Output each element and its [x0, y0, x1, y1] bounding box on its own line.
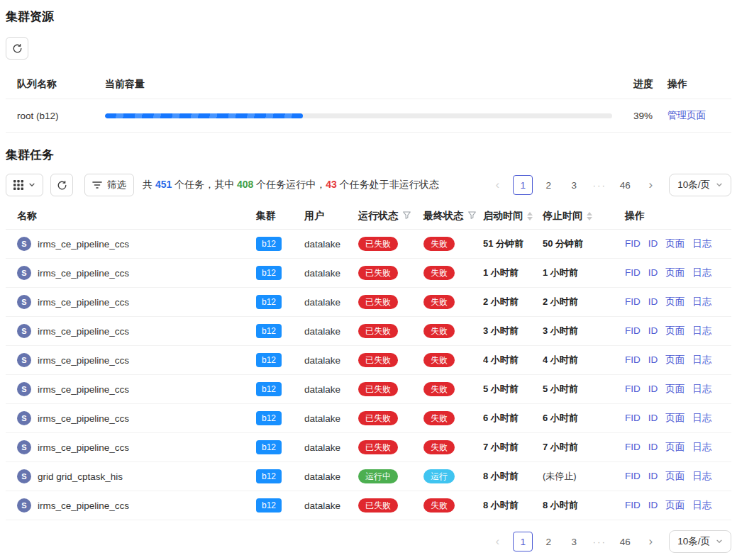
action-link-page[interactable]: 页面 [665, 238, 685, 249]
column-label: 集群 [256, 210, 276, 221]
user-name: datalake [304, 297, 340, 308]
action-link-log[interactable]: 日志 [692, 325, 711, 336]
grid-icon [13, 180, 23, 190]
sort-icon[interactable] [587, 212, 592, 220]
table-row: Sirms_ce_pipeline_ccsb12datalake已失败失败4 小… [6, 346, 731, 375]
action-link-fid[interactable]: FID [625, 296, 641, 307]
page-button-3[interactable]: 3 [564, 175, 584, 195]
action-link-fid[interactable]: FID [625, 471, 641, 481]
start-time: 5 小时前 [483, 383, 519, 394]
action-link-page[interactable]: 页面 [665, 471, 685, 481]
action-link-fid[interactable]: FID [625, 413, 641, 423]
page-button-2[interactable]: 2 [538, 175, 558, 195]
page-size-value: 10条/页 [677, 535, 710, 548]
action-link-log[interactable]: 日志 [692, 238, 711, 249]
column-header-run_status[interactable]: 运行状态 [358, 203, 423, 230]
action-link-id[interactable]: ID [648, 413, 658, 423]
tasks-refresh-button[interactable] [50, 174, 73, 196]
cluster-badge: b12 [256, 295, 282, 309]
action-link-fid[interactable]: FID [625, 383, 641, 394]
action-link-log[interactable]: 日志 [692, 442, 711, 452]
action-link-log[interactable]: 日志 [692, 267, 711, 278]
filter-button[interactable]: 筛选 [84, 174, 134, 196]
cluster-resources-section: 集群资源 队列名称 当前容量 进度 操作 root (b12) 39% 管理页面 [6, 9, 731, 133]
action-link-fid[interactable]: FID [625, 442, 641, 452]
page-button-46[interactable]: 46 [615, 175, 635, 195]
grid-view-button[interactable] [6, 174, 43, 196]
action-link-page[interactable]: 页面 [665, 442, 685, 452]
action-link-log[interactable]: 日志 [692, 383, 711, 394]
summary-count-stopped: 43 [326, 179, 337, 190]
pagination-top: ‹123···46› [487, 175, 660, 195]
page-size-select-bottom[interactable]: 10条/页 [669, 530, 731, 553]
next-page-button[interactable]: › [641, 175, 660, 195]
action-link-id[interactable]: ID [648, 354, 658, 365]
page-ellipsis: ··· [589, 175, 609, 195]
run-status-badge: 已失败 [358, 353, 398, 367]
user-name: datalake [304, 355, 340, 366]
action-link-page[interactable]: 页面 [665, 413, 685, 423]
final-status-badge: 失败 [423, 440, 455, 454]
start-time: 8 小时前 [483, 471, 519, 481]
user-name: datalake [304, 413, 340, 424]
spark-avatar-icon: S [17, 266, 31, 280]
sort-icon[interactable] [527, 212, 533, 220]
final-status-badge: 失败 [423, 353, 455, 367]
action-link-id[interactable]: ID [648, 325, 658, 336]
spark-avatar-icon: S [17, 498, 31, 513]
action-link-fid[interactable]: FID [625, 354, 641, 365]
page-button-2[interactable]: 2 [538, 532, 558, 551]
queue-row: root (b12) 39% 管理页面 [6, 99, 731, 133]
page-button-1[interactable]: 1 [513, 175, 533, 195]
action-link-id[interactable]: ID [648, 383, 658, 394]
next-page-button[interactable]: › [641, 532, 660, 551]
table-row: Sirms_ce_pipeline_ccsb12datalake已失败失败2 小… [6, 288, 731, 317]
action-link-log[interactable]: 日志 [692, 500, 711, 510]
page-size-select[interactable]: 10条/页 [669, 174, 731, 196]
action-link-fid[interactable]: FID [625, 267, 641, 278]
page-button-1[interactable]: 1 [513, 532, 533, 551]
action-link-id[interactable]: ID [648, 296, 658, 307]
action-link-page[interactable]: 页面 [665, 354, 685, 365]
column-label: 启动时间 [483, 210, 523, 221]
cluster-badge: b12 [256, 382, 282, 396]
task-name: irms_ce_pipeline_ccs [38, 355, 129, 366]
filter-icon[interactable] [402, 211, 411, 220]
action-link-page[interactable]: 页面 [665, 500, 685, 510]
column-header-stop_time[interactable]: 停止时间 [543, 203, 625, 230]
final-status-badge: 失败 [423, 411, 455, 425]
resources-refresh-button[interactable] [6, 37, 28, 60]
action-link-id[interactable]: ID [648, 238, 658, 249]
action-link-id[interactable]: ID [648, 500, 658, 510]
action-link-fid[interactable]: FID [625, 238, 641, 249]
run-status-badge: 已失败 [358, 411, 398, 425]
action-link-id[interactable]: ID [648, 267, 658, 278]
page-button-46[interactable]: 46 [615, 532, 635, 551]
column-label: 操作 [625, 210, 645, 221]
tasks-footer: ‹123···46› 10条/页 [6, 530, 731, 553]
action-link-page[interactable]: 页面 [665, 267, 685, 278]
action-link-log[interactable]: 日志 [692, 471, 711, 481]
action-link-log[interactable]: 日志 [692, 296, 711, 307]
cluster-badge: b12 [256, 237, 282, 251]
tasks-header-row: 名称集群用户运行状态最终状态启动时间停止时间操作 [6, 203, 731, 230]
stop-time: 8 小时前 [543, 500, 578, 510]
column-header-user: 用户 [304, 203, 358, 230]
action-link-id[interactable]: ID [648, 471, 658, 481]
action-link-log[interactable]: 日志 [692, 354, 711, 365]
action-link-fid[interactable]: FID [625, 325, 641, 336]
action-link-page[interactable]: 页面 [665, 325, 685, 336]
table-row: Sirms_ce_pipeline_ccsb12datalake已失败失败1 小… [6, 259, 731, 288]
manage-page-link[interactable]: 管理页面 [667, 110, 706, 121]
column-header-start_time[interactable]: 启动时间 [483, 203, 543, 230]
page-button-3[interactable]: 3 [564, 532, 584, 551]
filter-icon[interactable] [467, 211, 477, 220]
stop-time: 5 小时前 [543, 383, 578, 394]
column-header-final_status[interactable]: 最终状态 [423, 203, 483, 230]
action-link-page[interactable]: 页面 [665, 296, 685, 307]
action-link-id[interactable]: ID [648, 442, 658, 452]
action-link-page[interactable]: 页面 [665, 383, 685, 394]
cluster-badge: b12 [256, 353, 282, 367]
action-link-log[interactable]: 日志 [692, 413, 711, 423]
action-link-fid[interactable]: FID [625, 500, 641, 510]
